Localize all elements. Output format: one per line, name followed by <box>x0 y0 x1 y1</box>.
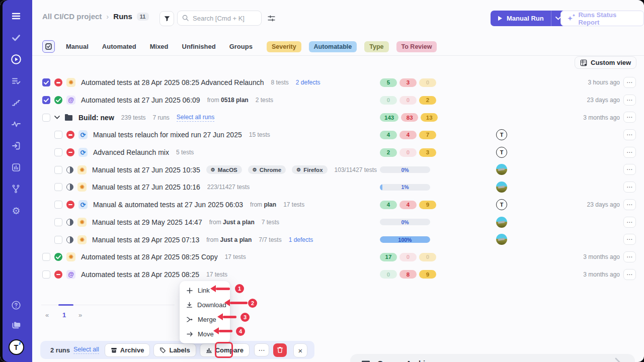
row-more-options-button[interactable]: ⋯ <box>623 129 636 140</box>
run-name[interactable]: Build: new <box>78 114 114 122</box>
run-checkbox[interactable] <box>42 78 50 86</box>
search-input[interactable] <box>177 11 262 26</box>
run-name[interactable]: Manual tests at 29 May 2025 14:47 <box>92 218 202 226</box>
table-row[interactable]: @Automated tests at 27 Jun 2025 06:09fro… <box>32 92 644 109</box>
run-name[interactable]: Manual tests relauch for mixed run 27 Ju… <box>93 131 242 139</box>
select-all-runs-link[interactable]: Select all runs <box>177 114 214 122</box>
previous-page-button[interactable]: « <box>45 311 49 319</box>
table-row[interactable]: ⟳Manual tests relauch for mixed run 27 J… <box>32 126 644 144</box>
table-row[interactable]: ✺Automated tests at 28 Apr 2025 08:25 Ad… <box>32 74 644 92</box>
app-logo[interactable]: T <box>9 339 24 355</box>
projects-folders-icon[interactable] <box>10 319 22 331</box>
filter-pill-type[interactable]: Type <box>364 41 388 52</box>
row-more-options-button[interactable]: ⋯ <box>623 251 636 262</box>
filter-funnel-button[interactable] <box>159 11 174 26</box>
run-checkbox[interactable] <box>54 218 62 226</box>
run-name[interactable]: Manual tests at 29 Apr 2025 07:13 <box>92 236 199 244</box>
tab-automated[interactable]: Automated <box>102 43 136 50</box>
table-row[interactable]: Build: new239 tests7 runsSelect all runs… <box>32 109 644 126</box>
activity-pulse-icon[interactable] <box>10 118 22 130</box>
run-checkbox[interactable] <box>42 114 50 122</box>
plans-list-check-icon[interactable] <box>10 75 22 87</box>
run-name[interactable]: Automated tests at 28 Apr 2025 08:25 Adv… <box>81 78 264 86</box>
search-settings-sliders-icon[interactable] <box>267 14 276 25</box>
archive-button[interactable]: Archive <box>105 343 150 357</box>
table-row[interactable]: ✺Manual tests at 29 Apr 2025 07:13from J… <box>32 231 644 248</box>
run-name[interactable]: Manual & automated tests at 27 Jun 2025 … <box>93 201 243 209</box>
runs-play-circle-icon[interactable] <box>10 53 22 65</box>
menu-icon[interactable] <box>10 10 22 22</box>
assignee-photo-avatar <box>496 164 507 175</box>
breadcrumb-project[interactable]: All CI/CD project <box>42 12 102 21</box>
custom-view-button[interactable]: Custom view <box>575 56 636 69</box>
select-all-link[interactable]: Select all <box>73 346 99 354</box>
run-name[interactable]: Automated tests at 28 Apr 2025 08:25 <box>81 270 199 279</box>
run-checkbox[interactable] <box>54 183 62 191</box>
run-name[interactable]: Automated tests at 28 Apr 2025 08:25 Cop… <box>81 253 218 261</box>
run-name[interactable]: Manual tests at 27 Jun 2025 10:35 <box>92 166 200 174</box>
run-name[interactable]: Manual tests at 27 Jun 2025 10:16 <box>92 183 200 191</box>
row-more-options-button[interactable]: ⋯ <box>623 164 636 175</box>
run-checkbox[interactable] <box>54 131 62 139</box>
run-name[interactable]: Advanced Relaunch mix <box>93 148 169 156</box>
table-row[interactable]: ✺Manual tests at 27 Jun 2025 10:35⚙MacOS… <box>32 161 644 178</box>
filter-pill-severity[interactable]: Severity <box>267 41 301 52</box>
runs-status-report-button[interactable]: ✦✦ Runs Status Report <box>560 11 644 26</box>
filter-pill-automatable[interactable]: Automatable <box>309 41 357 52</box>
steps-icon[interactable] <box>10 97 22 109</box>
run-checkbox[interactable] <box>42 253 50 261</box>
table-row[interactable]: ✺Manual tests at 27 Jun 2025 10:16223/11… <box>32 178 644 196</box>
row-more-options-button[interactable]: ⋯ <box>623 112 636 123</box>
menu-item-link[interactable]: Link <box>180 283 230 298</box>
run-name[interactable]: Automated tests at 27 Jun 2025 06:09 <box>81 96 200 104</box>
groups-archive-panel[interactable]: Groups Archive <box>350 354 635 362</box>
chevron-down-icon[interactable] <box>54 116 60 119</box>
run-timestamp: 3 months ago <box>583 266 620 284</box>
tab-unfinished[interactable]: Unfinished <box>182 43 216 50</box>
row-more-options-button[interactable]: ⋯ <box>623 217 636 228</box>
table-row[interactable]: ⟳Advanced Relaunch mix5 tests203T⋯ <box>32 144 644 161</box>
row-more-options-button[interactable]: ⋯ <box>623 95 636 106</box>
table-row[interactable]: @Automated tests at 28 Apr 2025 08:2517 … <box>32 266 644 284</box>
row-more-options-button[interactable]: ⋯ <box>623 199 636 210</box>
run-checkbox[interactable] <box>54 166 62 174</box>
tab-groups[interactable]: Groups <box>229 43 253 50</box>
settings-gear-icon[interactable]: ⚙ <box>10 205 22 217</box>
tab-mixed[interactable]: Mixed <box>150 43 169 50</box>
row-more-options-button[interactable]: ⋯ <box>623 182 636 193</box>
filter-pill-to-review[interactable]: To Review <box>396 41 437 52</box>
table-row[interactable]: ✺Automated tests at 28 Apr 2025 08:25 Co… <box>32 248 644 266</box>
run-checkbox[interactable] <box>54 148 62 156</box>
breadcrumb-separator: › <box>106 12 109 21</box>
chevron-right-icon[interactable] <box>615 357 622 362</box>
next-page-button[interactable]: » <box>78 311 82 319</box>
run-checkbox[interactable] <box>42 270 50 279</box>
row-more-options-button[interactable]: ⋯ <box>623 234 636 245</box>
close-action-bar-button[interactable]: × <box>293 343 307 357</box>
page-number[interactable]: 1 <box>62 311 66 319</box>
defects-link[interactable]: 2 defects <box>296 79 320 86</box>
table-row[interactable]: ✺Manual tests at 29 May 2025 14:47from J… <box>32 214 644 231</box>
run-checkbox[interactable] <box>54 236 62 244</box>
row-more-options-button[interactable]: ⋯ <box>623 77 636 88</box>
run-checkbox[interactable] <box>54 201 62 209</box>
table-row[interactable]: ⟳Manual & automated tests at 27 Jun 2025… <box>32 196 644 214</box>
manual-run-button[interactable]: Manual Run <box>491 11 566 26</box>
more-actions-button[interactable]: ⋯ <box>254 343 269 356</box>
analytics-chart-icon[interactable] <box>10 161 22 173</box>
row-more-options-button[interactable]: ⋯ <box>623 147 636 158</box>
delete-button[interactable] <box>273 343 287 357</box>
menu-item-move[interactable]: Move <box>180 327 230 341</box>
import-sign-in-icon[interactable] <box>10 140 22 152</box>
menu-item-download[interactable]: Download <box>180 298 230 312</box>
tests-check-icon[interactable] <box>10 32 22 44</box>
select-all-toggle-button[interactable] <box>42 40 55 53</box>
search-icon <box>182 14 189 24</box>
row-more-options-button[interactable]: ⋯ <box>623 269 636 280</box>
defects-link[interactable]: 1 defects <box>289 236 313 243</box>
tab-manual[interactable]: Manual <box>66 43 89 50</box>
run-checkbox[interactable] <box>42 96 50 104</box>
git-branch-icon[interactable] <box>10 183 22 195</box>
labels-button[interactable]: Labels <box>153 343 196 357</box>
help-icon[interactable] <box>10 299 22 311</box>
